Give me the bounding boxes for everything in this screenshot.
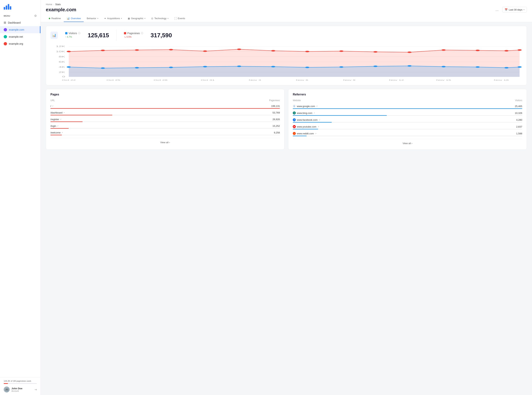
page-row-3-top: /register ↗ 26,926: [50, 118, 280, 121]
chevron-down-icon: ▾: [523, 9, 524, 11]
user-name: John Doe: [11, 387, 33, 390]
usage-bar-background: [4, 383, 37, 384]
external-link-icon-4[interactable]: ↗: [57, 125, 58, 127]
external-link-icon-3[interactable]: ↗: [60, 118, 61, 120]
svg-text:Oct 25: Oct 25: [106, 79, 120, 81]
page-row-2-url: /dashboard ↗: [50, 111, 65, 114]
more-options-button[interactable]: ...: [494, 7, 500, 12]
sidebar-item-dashboard[interactable]: ⊞ Dashboard: [0, 19, 40, 26]
referrers-view-all-row: View all ›: [293, 139, 522, 146]
tab-acquisitions[interactable]: ✦ Acquisitions ▾: [101, 15, 125, 22]
pages-panel: Pages URL Pageviews / ↗ 199,131: [46, 89, 285, 150]
breadcrumb-separator: ›: [53, 3, 54, 6]
visitors-dot: [67, 66, 71, 68]
pageviews-dot: [408, 51, 412, 53]
pageviews-dot: [339, 50, 344, 52]
acquisitions-icon: ✦: [104, 17, 106, 20]
tab-behavior[interactable]: Behavior ▾: [84, 15, 101, 22]
logo-icon: [4, 4, 37, 10]
svg-text:Nov 18: Nov 18: [494, 79, 509, 81]
tab-geographic[interactable]: ▦ Geographic ▾: [125, 15, 148, 22]
calendar-icon: 📅: [505, 8, 508, 11]
visitors-dot: [373, 66, 378, 67]
tab-overview[interactable]: 📊 Overview: [64, 15, 84, 22]
breadcrumb-home[interactable]: Home: [46, 3, 52, 6]
settings-icon[interactable]: ⚙: [34, 14, 37, 17]
visitors-dot: [101, 67, 105, 69]
ref-youtube-val: 2,837: [516, 125, 522, 128]
pageviews-dot: [442, 49, 446, 51]
pageviews-dot: [135, 49, 139, 51]
page-bar-1-bg: [50, 108, 280, 109]
visitors-dot: [135, 67, 139, 68]
visitors-value: 125,615: [88, 32, 109, 39]
dashboard-label: Dashboard: [8, 21, 21, 24]
referrers-view-all-button[interactable]: View all ›: [400, 141, 415, 146]
ref-youtube-link-icon[interactable]: ↗: [318, 126, 319, 128]
sidebar-item-example-com[interactable]: example.com: [0, 26, 40, 33]
ref-reddit-site: r www.reddit.com ↗: [293, 132, 316, 135]
page-row-5-url: /welcome ↗: [50, 131, 63, 134]
ref-google-bar-fill: [293, 108, 522, 109]
page-row-1-val: 199,131: [271, 105, 280, 107]
ref-google-link-icon[interactable]: ↗: [316, 105, 318, 107]
ref-row-reddit-top: r www.reddit.com ↗ 1,588: [293, 132, 522, 135]
page-bar-5-fill: [50, 135, 62, 135]
user-info: John Doe Account: [11, 387, 33, 392]
realtime-dot-icon: [49, 18, 50, 19]
logo-bar-2: [6, 5, 7, 10]
sidebar-item-example-org[interactable]: example.org: [0, 40, 40, 47]
sidebar-item-example-net[interactable]: example.net: [0, 33, 40, 40]
page-row-1: / ↗ 199,131: [50, 105, 280, 109]
pageviews-dot: [101, 50, 105, 51]
geographic-chevron-icon: ▾: [145, 17, 145, 19]
page-row-3-url: /register ↗: [50, 118, 61, 121]
ref-google-val: 25,465: [515, 105, 522, 108]
page-row-1-top: / ↗ 199,131: [50, 105, 280, 107]
tab-events[interactable]: ⛶ Events: [171, 15, 188, 22]
ref-youtube-bar-bg: [293, 129, 522, 129]
site-label-example-net: example.net: [9, 35, 23, 38]
pageviews-dot: [517, 49, 522, 51]
tab-realtime[interactable]: Realtime: [46, 15, 64, 22]
page-bar-5-bg: [50, 135, 280, 135]
pageviews-dot: [504, 50, 509, 51]
logout-icon[interactable]: ⇥: [34, 388, 37, 391]
ref-bing-link-icon[interactable]: ↗: [314, 112, 315, 114]
ref-row-reddit: r www.reddit.com ↗ 1,588: [293, 132, 522, 136]
ref-bing-val: 10,326: [515, 112, 522, 115]
external-link-icon-5[interactable]: ↗: [61, 132, 63, 134]
external-link-icon-2[interactable]: ↗: [63, 112, 65, 114]
bing-icon: b: [293, 111, 296, 115]
ref-row-youtube-top: ▶ www.youtube.com ↗ 2,837: [293, 125, 522, 128]
pages-view-all-button[interactable]: View all ›: [158, 140, 172, 145]
ref-bing-bar-fill: [293, 115, 387, 116]
tab-realtime-label: Realtime: [51, 17, 61, 20]
visitors-dot: [517, 66, 522, 68]
visitors-dot: [408, 65, 412, 67]
page-bar-1-fill: [50, 108, 280, 109]
external-link-icon-1[interactable]: ↗: [52, 105, 53, 107]
ref-row-youtube: ▶ www.youtube.com ↗ 2,837: [293, 125, 522, 129]
tab-technology[interactable]: ⊡ Technology ▾: [148, 15, 171, 22]
ref-google-bar-bg: [293, 108, 522, 109]
pages-panel-title: Pages: [50, 93, 280, 96]
logo-area: [0, 0, 40, 11]
svg-text:12K: 12K: [56, 45, 65, 47]
ref-reddit-link-icon[interactable]: ↗: [315, 132, 316, 135]
overview-chart-icon: 📊: [67, 17, 70, 20]
ref-bing-bar-bg: [293, 115, 522, 116]
visitors-dot: [476, 66, 480, 68]
behavior-chevron-icon: ▾: [97, 17, 98, 19]
pageviews-dot: [237, 49, 241, 50]
referrers-col-website: Website: [293, 99, 301, 102]
line-chart: 12K 10K 8K 6K 4K 2K 0: [50, 44, 522, 81]
date-range-button[interactable]: 📅 Last 30 days ▾: [502, 7, 527, 12]
page-row-5-top: /welcome ↗ 9,258: [50, 131, 280, 134]
ref-facebook-link-icon[interactable]: ↗: [319, 119, 320, 121]
chart-icon-box: 📊: [50, 32, 58, 39]
reddit-icon: r: [293, 132, 296, 135]
metric-divider: [116, 30, 117, 41]
page-row-3-val: 26,926: [273, 118, 280, 121]
tab-geographic-label: Geographic: [131, 17, 143, 20]
